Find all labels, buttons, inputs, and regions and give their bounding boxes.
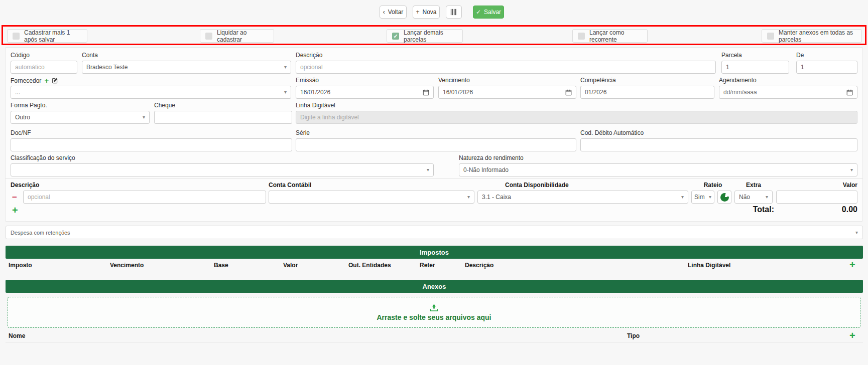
checkbox-icon[interactable] — [205, 33, 212, 40]
chevron-down-icon: ▾ — [681, 195, 684, 200]
anexos-header-bar: Anexos — [6, 280, 863, 293]
forma-pagto-value: Outro — [15, 114, 30, 121]
chevron-down-icon: ▾ — [427, 167, 429, 172]
calendar-icon[interactable] — [565, 89, 572, 96]
check-icon: ✓ — [476, 9, 481, 15]
impostos-header-bar: Impostos — [6, 246, 863, 259]
chevron-down-icon: ▾ — [855, 230, 858, 235]
natureza-select[interactable]: 0-Não Informado ▾ — [459, 163, 857, 176]
checkbox-label: Lançar como recorrente — [589, 29, 642, 43]
forma-pagto-label: Forma Pagto. — [11, 102, 47, 109]
fornecedor-select[interactable]: ... ▾ — [11, 86, 291, 99]
agendamento-label: Agendamento — [719, 77, 757, 84]
parcela-input[interactable] — [721, 61, 789, 74]
anexos-title: Anexos — [423, 283, 446, 290]
doc-nf-label: Doc/NF — [11, 129, 31, 136]
items-col-descricao: Descrição — [11, 181, 39, 189]
codigo-input[interactable] — [11, 61, 77, 74]
items-col-conta-disponibilidade: Conta Disponibilidade — [505, 181, 569, 189]
vencimento-label: Vencimento — [438, 77, 470, 84]
nova-label: Nova — [423, 9, 437, 16]
chevron-left-icon: ‹ — [383, 9, 385, 15]
total-label: Total: — [689, 205, 774, 214]
dropzone-text: Arraste e solte seus arquivos aqui — [377, 313, 491, 321]
checkbox-lancar-parcelas[interactable]: ✓ Lançar demais parcelas — [387, 29, 463, 43]
linha-digitavel-input — [296, 111, 857, 124]
item-rateio-select[interactable]: Sim ▾ — [691, 191, 714, 204]
cod-debito-input[interactable] — [580, 138, 857, 151]
add-anexo-icon[interactable]: + — [849, 330, 855, 340]
doc-nf-input[interactable] — [11, 138, 292, 151]
item-valor-input[interactable] — [776, 191, 857, 204]
checkbox-liquidar[interactable]: Liquidar ao cadastrar — [200, 29, 274, 43]
item-conta-disponibilidade-value: 3.1 - Caixa — [482, 194, 511, 201]
barcode-button[interactable] — [446, 6, 462, 19]
items-col-extra: Extra — [737, 181, 770, 189]
checkbox-manter-anexos[interactable]: Manter anexos em todas as parcelas — [762, 29, 862, 43]
chevron-down-icon: ▾ — [467, 195, 470, 200]
anexos-divider — [6, 342, 863, 342]
salvar-button[interactable]: ✓ Salvar — [473, 6, 504, 19]
agendamento-placeholder: dd/mm/aaaa — [723, 89, 757, 96]
impostos-divider — [6, 275, 863, 275]
checkbox-label: Lançar demais parcelas — [404, 29, 457, 43]
item-rateio-value: Sim — [694, 194, 705, 201]
voltar-label: Voltar — [388, 9, 404, 16]
upload-icon — [430, 304, 438, 312]
checkbox-icon[interactable] — [578, 33, 585, 40]
checkbox-icon[interactable] — [767, 33, 774, 40]
rateio-pie-button[interactable] — [717, 191, 731, 204]
voltar-button[interactable]: ‹ Voltar — [380, 6, 407, 19]
emissao-label: Emissão — [296, 77, 319, 84]
item-extra-value: Não — [739, 194, 750, 201]
vencimento-date-input[interactable]: 16/01/2026 — [438, 86, 576, 99]
remove-row-icon[interactable]: − — [12, 193, 17, 202]
checkbox-label: Liquidar ao cadastrar — [217, 29, 269, 43]
conta-select[interactable]: Bradesco Teste ▾ — [82, 61, 291, 74]
anexos-col-nome: Nome — [9, 332, 25, 339]
file-dropzone[interactable]: Arraste e solte seus arquivos aqui — [8, 297, 860, 328]
serie-label: Série — [296, 129, 310, 136]
add-imposto-icon[interactable]: + — [849, 260, 855, 270]
salvar-label: Salvar — [484, 9, 501, 16]
chevron-down-icon: ▾ — [143, 115, 145, 120]
checkbox-cadastrar-mais[interactable]: Cadastrar mais 1 após salvar — [7, 29, 87, 43]
checkbox-label: Manter anexos em todas as parcelas — [779, 29, 856, 43]
fornecedor-value: ... — [15, 89, 20, 96]
descricao-input[interactable] — [296, 61, 716, 74]
de-input[interactable] — [796, 61, 857, 74]
anexos-col-tipo: Tipo — [627, 332, 640, 339]
conta-label: Conta — [82, 52, 98, 59]
items-col-rateio: Rateio — [695, 181, 730, 189]
competencia-input[interactable]: 01/2026 — [580, 86, 714, 99]
impostos-col-base: Base — [214, 262, 228, 269]
serie-input[interactable] — [296, 138, 576, 151]
checkbox-recorrente[interactable]: Lançar como recorrente — [572, 29, 648, 43]
agendamento-date-input[interactable]: dd/mm/aaaa — [719, 86, 857, 99]
item-conta-disponibilidade-select[interactable]: 3.1 - Caixa ▾ — [477, 191, 688, 204]
emissao-value: 16/01/2026 — [300, 89, 330, 96]
chevron-down-icon: ▾ — [284, 65, 287, 70]
add-fornecedor-icon[interactable]: + — [44, 77, 49, 84]
classificacao-select[interactable]: ▾ — [11, 163, 434, 176]
classificacao-label: Classificação do serviço — [11, 154, 75, 161]
nova-button[interactable]: + Nova — [413, 6, 440, 19]
item-descricao-input[interactable] — [23, 191, 266, 204]
emissao-date-input[interactable]: 16/01/2026 — [296, 86, 434, 99]
linha-digitavel-label: Linha Digitável — [296, 102, 335, 109]
forma-pagto-select[interactable]: Outro ▾ — [11, 111, 150, 124]
retencoes-accordion[interactable]: Despesa com retenções ▾ — [6, 226, 863, 239]
cheque-input[interactable] — [154, 111, 292, 124]
impostos-col-linha-digitavel: Linha Digitável — [688, 262, 730, 269]
add-item-row-icon[interactable]: + — [12, 205, 18, 215]
parcela-label: Parcela — [721, 52, 742, 59]
item-conta-contabil-select[interactable]: ▾ — [269, 191, 474, 204]
competencia-label: Competência — [580, 77, 616, 84]
item-extra-select[interactable]: Não ▾ — [734, 191, 773, 204]
fornecedor-label-group: Fornecedor + — [11, 77, 58, 84]
checkbox-icon[interactable]: ✓ — [392, 33, 399, 40]
edit-fornecedor-icon[interactable] — [52, 77, 58, 84]
calendar-icon[interactable] — [846, 89, 853, 96]
checkbox-icon[interactable] — [13, 33, 20, 40]
calendar-icon[interactable] — [423, 89, 429, 96]
